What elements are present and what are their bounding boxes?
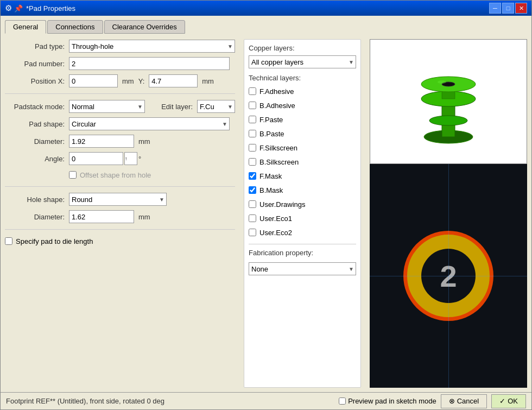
fabrication-property-title: Fabrication property:	[249, 249, 356, 257]
layer-fadhesive-checkbox[interactable]	[249, 87, 256, 95]
ok-icon: ✓	[499, 397, 505, 405]
preview-3d	[370, 39, 527, 164]
titlebar-left: ⚙ 📌 *Pad Properties	[5, 3, 75, 13]
angle-row: Angle: ↑ ↓ °	[5, 152, 235, 166]
padstack-mode-select[interactable]: Normal Front/Back/Inner Custom	[69, 100, 145, 113]
position-y-label: Y:	[138, 77, 145, 85]
angle-input[interactable]	[69, 152, 123, 165]
layer-bsilkscreen-label: B.Silkscreen	[259, 158, 299, 166]
layer-bpaste-row: B.Paste	[249, 128, 356, 140]
diameter-label: Diameter:	[5, 137, 65, 146]
specify-pad-label: Specify pad to die length	[16, 237, 93, 245]
diameter-unit: mm	[138, 137, 150, 146]
pad-shape-label: Pad shape:	[5, 120, 65, 128]
hole-shape-select[interactable]: Round Oval	[69, 193, 167, 206]
layer-fpaste-label: F.Paste	[259, 116, 283, 124]
position-y-unit: mm	[202, 77, 214, 85]
layer-usereco2-checkbox[interactable]	[249, 229, 256, 236]
ok-button[interactable]: ✓ OK	[491, 394, 526, 408]
angle-stepper[interactable]: ↑ ↓	[124, 152, 137, 165]
position-x-unit: mm	[122, 77, 134, 85]
statusbar: Footprint REF** (Untitled), front side, …	[1, 392, 531, 409]
preview-2d: 2	[370, 164, 527, 388]
layer-usereco1-label: User.Eco1	[259, 215, 292, 223]
titlebar: ⚙ 📌 *Pad Properties ─ □ ✕	[1, 1, 531, 16]
crosshair-vertical	[448, 164, 449, 388]
layer-usereco1-row: User.Eco1	[249, 212, 356, 224]
pad-type-row: Pad type: Through-hole SMD Edge Connecto…	[5, 39, 235, 53]
layer-userdrawings-label: User.Drawings	[259, 200, 306, 209]
preview-sketch-label: Preview pad in sketch mode	[348, 397, 436, 405]
titlebar-controls: ─ □ ✕	[489, 3, 527, 14]
position-x-label: Position X:	[5, 77, 65, 85]
titlebar-app-icons: ⚙ 📌	[5, 3, 23, 13]
diameter-input[interactable]	[69, 135, 134, 148]
layer-usereco1-checkbox[interactable]	[249, 215, 256, 222]
cancel-button[interactable]: ⊗ Cancel	[441, 394, 487, 408]
tab-clearance[interactable]: Clearance Overrides	[104, 20, 185, 34]
position-x-input[interactable]	[69, 74, 118, 87]
position-y-input[interactable]	[149, 74, 198, 87]
svg-point-2	[429, 116, 467, 125]
preview-panel: 2	[370, 39, 527, 388]
svg-point-7	[438, 80, 446, 84]
tab-bar: General Connections Clearance Overrides	[5, 20, 527, 34]
layer-fmask-checkbox[interactable]	[249, 172, 256, 180]
offset-shape-row: Offset shape from hole	[69, 169, 235, 181]
layer-bsilkscreen-checkbox[interactable]	[249, 158, 256, 166]
padstack-mode-label: Padstack mode:	[5, 103, 65, 111]
main-panel: General Connections Clearance Overrides …	[1, 16, 531, 392]
layer-usereco2-label: User.Eco2	[259, 229, 292, 237]
edit-layer-label: Edit layer:	[149, 103, 193, 111]
layer-fsilkscreen-label: F.Silkscreen	[259, 144, 297, 152]
tab-connections[interactable]: Connections	[47, 20, 103, 34]
layer-fadhesive-label: F.Adhesive	[259, 87, 294, 96]
hole-diameter-label: Diameter:	[5, 213, 65, 221]
layer-badhesive-row: B.Adhesive	[249, 99, 356, 111]
copper-layers-select[interactable]: All copper layers F.Cu B.Cu F.Cu and B.C…	[249, 55, 356, 68]
statusbar-text: Footprint REF** (Untitled), front side, …	[6, 397, 164, 405]
layer-bpaste-label: B.Paste	[259, 130, 284, 138]
minimize-button[interactable]: ─	[489, 3, 501, 14]
pad-type-select[interactable]: Through-hole SMD Edge Connector NPTH, Me…	[69, 40, 235, 53]
layer-userdrawings-row: User.Drawings	[249, 198, 356, 210]
pad-shape-select[interactable]: Circular Oval Rectangular Trapezoid Roun…	[69, 117, 230, 130]
diameter-row: Diameter: mm	[5, 134, 235, 148]
angle-unit: °	[138, 155, 141, 163]
layer-bpaste-checkbox[interactable]	[249, 130, 256, 137]
statusbar-right: Preview pad in sketch mode ⊗ Cancel ✓ OK	[339, 394, 526, 408]
layer-userdrawings-checkbox[interactable]	[249, 200, 256, 208]
hole-shape-label: Hole shape:	[5, 195, 65, 204]
hole-diameter-input[interactable]	[69, 210, 134, 223]
content-area: General Connections Clearance Overrides …	[1, 16, 531, 392]
tab-general[interactable]: General	[5, 20, 46, 34]
layer-fsilkscreen-checkbox[interactable]	[249, 144, 256, 152]
pad-number-input[interactable]: 2	[69, 57, 230, 70]
preview-sketch-checkbox[interactable]	[339, 398, 346, 405]
layer-fpaste-row: F.Paste	[249, 113, 356, 125]
window: ⚙ 📌 *Pad Properties ─ □ ✕ General Connec…	[0, 0, 532, 410]
maximize-button[interactable]: □	[502, 3, 514, 14]
left-column: Pad type: Through-hole SMD Edge Connecto…	[5, 39, 235, 388]
technical-layers-title: Technical layers:	[249, 74, 356, 82]
layer-fpaste-checkbox[interactable]	[249, 116, 256, 123]
offset-shape-checkbox[interactable]	[69, 171, 77, 179]
layer-bsilkscreen-row: B.Silkscreen	[249, 156, 356, 168]
edit-layer-select[interactable]: F.Cu B.Cu	[197, 100, 235, 113]
hole-shape-row: Hole shape: Round Oval ▼	[5, 192, 235, 206]
offset-shape-label: Offset shape from hole	[80, 171, 151, 179]
specify-pad-checkbox[interactable]	[5, 237, 12, 245]
layer-bmask-row: B.Mask	[249, 184, 356, 196]
right-column: Copper layers: All copper layers F.Cu B.…	[244, 39, 361, 388]
layer-bmask-label: B.Mask	[259, 186, 283, 194]
copper-layers-title: Copper layers:	[249, 44, 356, 52]
layer-bmask-checkbox[interactable]	[249, 186, 256, 194]
layer-badhesive-checkbox[interactable]	[249, 102, 256, 109]
hole-diameter-row: Diameter: mm	[5, 210, 235, 224]
pad-number-label: Pad number:	[5, 60, 65, 68]
layer-usereco2-row: User.Eco2	[249, 226, 356, 238]
pad-number-row: Pad number: 2	[5, 56, 235, 71]
close-button[interactable]: ✕	[515, 3, 527, 14]
fabrication-property-select[interactable]: None BGA pad Heatsink pad Castellated pa…	[249, 262, 356, 275]
layer-fsilkscreen-row: F.Silkscreen	[249, 142, 356, 154]
